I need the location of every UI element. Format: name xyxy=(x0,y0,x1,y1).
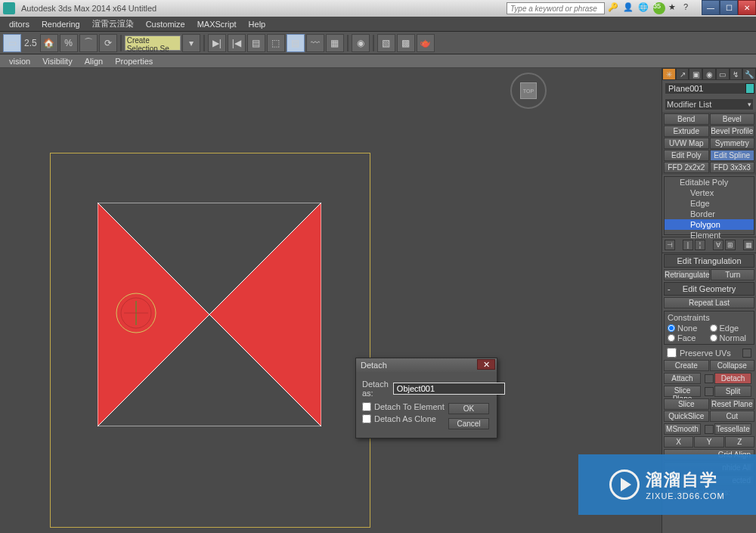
mod-bend-button[interactable]: Bend xyxy=(664,113,709,125)
configure-icon[interactable]: ⊞ xyxy=(725,240,736,250)
object-name-input[interactable] xyxy=(665,82,748,95)
create-button[interactable]: Create xyxy=(664,360,709,371)
select-tool-icon[interactable]: ▭ xyxy=(3,34,21,52)
retriangulate-button[interactable]: Retriangulate xyxy=(664,269,710,280)
angle-snap-icon[interactable]: ⌒ xyxy=(79,34,98,52)
modifier-stack[interactable]: Editable Poly Vertex Edge Border Polygon… xyxy=(664,176,754,235)
turn-button[interactable]: Turn xyxy=(711,269,754,280)
quick-align-icon[interactable]: ▤ xyxy=(247,34,265,52)
make-planar-x-button[interactable]: X xyxy=(664,436,693,448)
attach-list-icon[interactable] xyxy=(705,374,714,383)
key-icon[interactable]: 🔑 xyxy=(608,2,620,14)
detach-button[interactable]: Detach xyxy=(714,373,751,384)
show-end-icon[interactable]: | xyxy=(683,240,693,250)
close-button[interactable]: ✕ xyxy=(738,0,756,15)
menu-cloud-render[interactable]: 渲雷云渲染 xyxy=(86,18,140,29)
detach-to-element-checkbox[interactable] xyxy=(362,402,371,411)
vp-menu-properties[interactable]: Properties xyxy=(109,57,159,66)
make-planar-y-button[interactable]: Y xyxy=(694,436,723,448)
stack-border[interactable]: Border xyxy=(665,209,754,219)
schematic-icon[interactable]: ▦ xyxy=(326,34,344,52)
mod-uvwmap-button[interactable]: UVW Map xyxy=(664,138,709,149)
repeat-last-button[interactable]: Repeat Last xyxy=(664,297,754,308)
vp-menu-align[interactable]: Align xyxy=(79,57,109,66)
help-icon[interactable]: ? xyxy=(683,2,696,14)
hierarchy-tab-icon[interactable]: ▣ xyxy=(689,68,702,80)
viewcube-face[interactable]: TOP xyxy=(520,82,537,99)
mirror-icon[interactable]: ▶| xyxy=(208,34,226,52)
remove-mod-icon[interactable]: ∀ xyxy=(713,240,723,250)
menu-customize[interactable]: Customize xyxy=(140,20,191,29)
slice-button[interactable]: Slice xyxy=(664,398,709,410)
snap-home-icon[interactable]: 🏠 xyxy=(40,34,58,52)
stack-editable-poly[interactable]: Editable Poly xyxy=(665,177,754,187)
star-icon[interactable]: ★ xyxy=(668,2,680,14)
pin-stack-icon[interactable]: ⊣ xyxy=(665,240,675,250)
msmooth-button[interactable]: MSmooth xyxy=(664,423,701,435)
tessellate-button[interactable]: Tessellate xyxy=(714,423,751,435)
mod-ffd2-button[interactable]: FFD 2x2x2 xyxy=(664,162,709,173)
transform-gizmo[interactable] xyxy=(115,292,157,334)
menu-help[interactable]: Help xyxy=(243,20,272,29)
mod-editspline-button[interactable]: Edit Spline xyxy=(710,150,755,161)
selection-set-dropdown[interactable]: Create Selection Se xyxy=(125,36,181,51)
make-unique-icon[interactable]: ¦ xyxy=(695,240,705,250)
render-setup-icon[interactable]: ▧ xyxy=(377,34,395,52)
make-planar-z-button[interactable]: Z xyxy=(725,436,754,448)
help-search-input[interactable] xyxy=(507,2,605,14)
mod-bevel-button[interactable]: Bevel xyxy=(710,113,755,125)
align-icon[interactable]: |◀ xyxy=(228,34,246,52)
viewport[interactable]: TOP Detach ✕ xyxy=(0,68,662,533)
maximize-button[interactable]: ☐ xyxy=(720,0,738,15)
constraint-none-radio[interactable] xyxy=(668,324,675,332)
motion-tab-icon[interactable]: ◉ xyxy=(702,68,716,80)
msmooth-settings-icon[interactable] xyxy=(705,425,714,434)
rollout-edit-geometry[interactable]: Edit Geometry xyxy=(664,282,754,296)
ok-button[interactable]: OK xyxy=(448,403,489,414)
dialog-title-bar[interactable]: Detach ✕ xyxy=(356,358,497,372)
mod-extrude-button[interactable]: Extrude xyxy=(664,126,709,137)
globe-icon[interactable]: 🌐 xyxy=(638,2,650,14)
utilities-tab-icon[interactable]: ↯ xyxy=(730,68,743,80)
constraint-edge-radio[interactable] xyxy=(710,324,717,332)
mod-ffd3-button[interactable]: FFD 3x3x3 xyxy=(710,162,755,173)
modifier-list-dropdown[interactable]: Modifier List xyxy=(665,98,754,110)
curve-editor-icon[interactable]: 〰 xyxy=(306,34,324,52)
constraint-normal-radio[interactable] xyxy=(710,334,717,342)
utilities2-tab-icon[interactable]: 🔧 xyxy=(742,68,756,80)
scene-explorer-icon[interactable]: ▤ xyxy=(287,34,305,52)
reset-plane-button[interactable]: Reset Plane xyxy=(710,398,755,410)
split-button[interactable]: Split xyxy=(714,386,751,397)
stack-vertex[interactable]: Vertex xyxy=(665,187,754,198)
split-checkbox[interactable] xyxy=(705,387,714,396)
detach-as-input[interactable] xyxy=(393,383,505,395)
slice-plane-button[interactable]: Slice Plane xyxy=(664,386,701,397)
mod-bevelprofile-button[interactable]: Bevel Profile xyxy=(710,126,755,137)
cancel-button[interactable]: Cancel xyxy=(448,418,489,429)
quickslice-button[interactable]: QuickSlice xyxy=(664,411,709,422)
spinner-snap-icon[interactable]: ⟳ xyxy=(99,34,117,52)
object-color-swatch[interactable] xyxy=(745,83,754,94)
create-tab-icon[interactable]: ✳ xyxy=(662,68,676,80)
config2-icon[interactable]: ▦ xyxy=(743,240,754,250)
menu-editors[interactable]: ditors xyxy=(3,20,36,29)
vp-menu-division[interactable]: vision xyxy=(3,57,36,66)
attach-button[interactable]: Attach xyxy=(664,373,701,384)
preserve-uvs-checkbox[interactable] xyxy=(667,348,677,358)
notification-badge[interactable]: 35 xyxy=(653,2,665,14)
cut-button[interactable]: Cut xyxy=(710,411,755,422)
mod-symmetry-button[interactable]: Symmetry xyxy=(710,138,755,149)
render-frame-icon[interactable]: ▩ xyxy=(397,34,415,52)
menu-maxscript[interactable]: MAXScript xyxy=(191,20,243,29)
modify-tab-icon[interactable]: ↗ xyxy=(676,68,689,80)
stack-polygon[interactable]: Polygon xyxy=(665,219,754,230)
minimize-button[interactable]: — xyxy=(702,0,720,15)
signin-icon[interactable]: 👤 xyxy=(623,2,635,14)
material-editor-icon[interactable]: ◉ xyxy=(352,34,370,52)
dialog-close-button[interactable]: ✕ xyxy=(477,359,495,370)
dropdown-arrow-icon[interactable]: ▾ xyxy=(182,34,200,52)
render-icon[interactable]: 🫖 xyxy=(417,34,435,52)
menu-rendering[interactable]: Rendering xyxy=(36,20,86,29)
preserve-uvs-settings-icon[interactable] xyxy=(742,349,751,358)
percent-snap-icon[interactable]: % xyxy=(60,34,78,52)
